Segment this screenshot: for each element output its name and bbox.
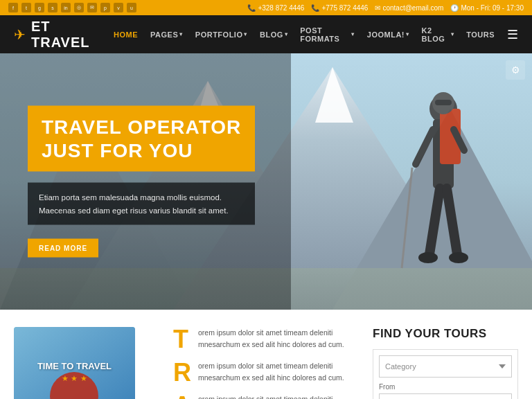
hero-section: ⚙ TRAVEL OPERATOR JUST FOR YOU Etiam por… [0, 53, 532, 310]
hero-title: TRAVEL OPERATOR JUST FOR YOU [42, 116, 241, 162]
from-label: From [379, 383, 512, 391]
drop-cap-t: T [173, 327, 193, 352]
phone2-icon: 📞 [311, 4, 319, 12]
email: ✉ contact@email.com [375, 4, 443, 12]
social-icon-extra[interactable]: u [127, 3, 136, 12]
phone1: 📞 +328 872 4446 [247, 4, 304, 12]
chevron-down-icon: ▾ [244, 31, 247, 37]
hamburger-menu-icon[interactable]: ☰ [507, 27, 518, 42]
nav-home[interactable]: HOME [108, 26, 143, 43]
hours: 🕐 Mon - Fri: 09 - 17:30 [450, 4, 524, 12]
svg-point-19 [449, 252, 468, 263]
nav-k2blog[interactable]: K2 BLOG ▾ [416, 22, 460, 47]
nav-joomla[interactable]: JOOMLA! ▾ [362, 26, 415, 43]
find-tours-form: Category Adventure Beach Cultural From [373, 349, 518, 399]
phone-icon: 📞 [247, 4, 256, 12]
read-more-button[interactable]: READ MORE [28, 238, 98, 257]
svg-point-18 [418, 252, 438, 263]
svg-rect-21 [435, 100, 452, 105]
contact-info: 📞 +328 872 4446 📞 +775 872 4446 ✉ contac… [247, 4, 524, 12]
nav-tours[interactable]: TOURS [461, 26, 500, 43]
phone2: 📞 +775 872 4446 [311, 4, 368, 12]
social-icons-group: f t g s in ◎ ✉ p v u [8, 3, 136, 12]
paragraph-text-2: orem ipsum dolor sit amet timeam delenit… [198, 360, 352, 385]
find-tours-panel: FIND YOUR TOURS Category Adventure Beach… [373, 327, 518, 399]
card-stars: ★ ★ ★ [62, 374, 87, 383]
article-paragraph-2: R orem ipsum dolor sit amet timeam delen… [173, 360, 352, 385]
nav-post-formats[interactable]: POST FORMATS ▾ [294, 22, 360, 47]
paragraph-text-1: orem ipsum dolor sit amet timeam delenit… [198, 327, 352, 352]
nav-pages[interactable]: PAGES ▾ [145, 26, 188, 43]
social-icon-vine[interactable]: v [114, 3, 123, 12]
article-paragraph-3: A orem ipsum dolor sit amet timeam delen… [173, 393, 352, 399]
social-icon-google[interactable]: g [35, 3, 44, 12]
plane-icon: ✈ [14, 26, 26, 43]
nav-blog[interactable]: BLOG ▾ [254, 26, 293, 43]
logo[interactable]: ✈ ET TRAVEL [14, 19, 108, 51]
social-icon-mail[interactable]: ✉ [87, 3, 97, 12]
chevron-down-icon: ▾ [451, 31, 454, 37]
hero-title-box: TRAVEL OPERATOR JUST FOR YOU [28, 106, 255, 172]
chevron-down-icon: ▾ [406, 31, 409, 37]
chevron-down-icon: ▾ [351, 31, 355, 37]
chevron-down-icon: ▾ [179, 31, 183, 37]
hero-description: Etiam porta sem malesuada magna mollis e… [39, 191, 244, 217]
paragraph-text-3: orem ipsum dolor sit amet timeam delenit… [198, 393, 352, 399]
nav-portfolio[interactable]: PORTFOLIO ▾ [190, 26, 253, 43]
social-icon-instagram[interactable]: ◎ [74, 3, 84, 12]
from-input[interactable] [379, 393, 512, 399]
travel-card[interactable]: TIME TO TRAVEL ★ ★ ★ [14, 327, 135, 399]
chevron-down-icon: ▾ [285, 31, 288, 37]
social-icon-linkedin[interactable]: in [61, 3, 71, 12]
social-icon-pinterest[interactable]: p [100, 3, 110, 12]
find-tours-title: FIND YOUR TOURS [373, 327, 518, 341]
article-paragraph-1: T orem ipsum dolor sit amet timeam delen… [173, 327, 352, 352]
main-nav: HOME PAGES ▾ PORTFOLIO ▾ BLOG ▾ POST FOR… [108, 22, 518, 47]
top-bar: f t g s in ◎ ✉ p v u 📞 +328 872 4446 📞 +… [0, 0, 532, 15]
travel-card-container: TIME TO TRAVEL ★ ★ ★ [14, 327, 152, 399]
category-select[interactable]: Category Adventure Beach Cultural [379, 355, 512, 378]
social-icon-facebook[interactable]: f [8, 3, 18, 12]
social-icon-twitter[interactable]: t [21, 3, 31, 12]
hero-description-box: Etiam porta sem malesuada magna mollis e… [28, 183, 255, 225]
drop-cap-a: A [173, 393, 193, 399]
card-text: TIME TO TRAVEL [37, 361, 112, 371]
drop-cap-r: R [173, 360, 193, 385]
social-icon-stumble[interactable]: s [48, 3, 57, 12]
gear-icon: ⚙ [511, 64, 520, 76]
bottom-section: TIME TO TRAVEL ★ ★ ★ T orem ipsum dolor … [0, 310, 532, 399]
clock-icon: 🕐 [450, 4, 459, 12]
article-content: T orem ipsum dolor sit amet timeam delen… [166, 327, 359, 399]
header: ✈ ET TRAVEL HOME PAGES ▾ PORTFOLIO ▾ BLO… [0, 15, 532, 53]
logo-text: ET TRAVEL [31, 19, 108, 51]
hero-content: TRAVEL OPERATOR JUST FOR YOU Etiam porta… [28, 106, 255, 258]
settings-gear-button[interactable]: ⚙ [506, 60, 525, 80]
email-icon: ✉ [375, 4, 380, 12]
